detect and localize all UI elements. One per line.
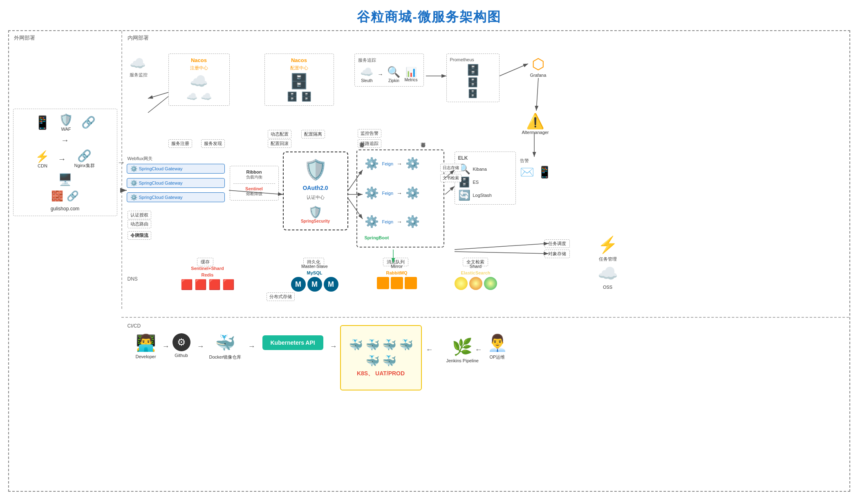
- nacos-config-title: Nacos: [291, 57, 307, 63]
- gateway-boxes: ⚙️ SpringCloud Gateway ⚙️ SpringCloud Ga…: [127, 163, 225, 203]
- grafana-box: ⬡ Grafana: [530, 56, 547, 78]
- gulishop-label: gulishop.com: [51, 206, 80, 212]
- ribbon-sentinel-box: Ribbon 负载均衡 Sentinel 熔断降级: [230, 166, 279, 201]
- doc-search-label: 文书检索: [440, 174, 461, 182]
- docker-section: 🐳 Docker镜像仓库: [209, 333, 242, 360]
- waf-label: WAF: [61, 127, 71, 132]
- log-storage-label: 日志存储: [440, 164, 461, 172]
- monitor-alert-label: 监控告警: [358, 129, 381, 138]
- object-storage-label: 对象存储: [544, 250, 570, 258]
- service-monitor-label: 服务监控: [130, 72, 148, 78]
- nacos-registry-box: Nacos 注册中心 ☁️ ☁️ ☁️: [168, 54, 230, 106]
- svg-line-5: [348, 170, 363, 190]
- nacos-registry-subtitle: 注册中心: [190, 65, 208, 71]
- cicd-label: CI/CD: [128, 323, 141, 329]
- gateway-box-3: ⚙️ SpringCloud Gateway: [127, 192, 225, 202]
- main-diagram: 外网部署 内网部署 📱 🛡️ WAF 🔗: [8, 30, 850, 492]
- oss-section: ☁️ OSS: [598, 264, 618, 290]
- task-schedule-label: 任务调度: [544, 239, 570, 248]
- config-rollback-label: 配置回滚: [268, 139, 291, 148]
- jenkins-section: 🌿 Jenkins Pipeline: [446, 337, 479, 363]
- connection-lines: [9, 31, 849, 491]
- dynamic-route-label: 动态路由: [128, 220, 151, 228]
- svg-line-17: [455, 243, 549, 250]
- token-limit-label: 令牌限流: [128, 231, 151, 240]
- cdn-label: CDN: [38, 163, 47, 168]
- svg-line-7: [348, 198, 363, 219]
- service-trace-box: 服务追踪 ☁️ Sleuth → 🔍 Zipkin 📊 Metrics: [354, 54, 424, 87]
- op-section: 👨‍💼 OP运维: [487, 333, 508, 360]
- prometheus-box: Prometheus 🗄️ 🗄️ 🗄️: [446, 54, 500, 102]
- alertmanager-box: ⚠️ Altermanager: [522, 113, 549, 135]
- svg-line-8: [500, 64, 528, 76]
- gulishop-box: 📱 🛡️ WAF 🔗 → ⚡ CDN: [13, 109, 117, 216]
- svg-line-12: [148, 92, 168, 98]
- service-register-label: 服务注册: [168, 139, 192, 148]
- dynamic-config-label: 动态配置: [268, 130, 291, 138]
- nginx-label: Nginx集群: [74, 163, 94, 169]
- k8s-box: 🐳 🐳 🐳 🐳 🐳 🐳 K8S、 UAT/PROD: [340, 325, 422, 390]
- kubernetes-box: Kuberneters API: [262, 335, 323, 350]
- oauth-box: 🛡️ OAuth2.0 认证中心 🛡️ SpringSecurity: [283, 152, 348, 230]
- springboot-label: SpringBoot: [365, 235, 389, 240]
- rabbitmq-section: Mirror RabbitMQ: [377, 264, 417, 289]
- nacos-registry-title: Nacos: [191, 57, 207, 63]
- dns-label: DNS: [128, 276, 138, 282]
- redis-section: Sentinel+Shard Redis 🟥 🟥 🟥 🟥: [181, 266, 235, 290]
- alert-section: 告警 ✉️ 📱: [520, 158, 552, 179]
- nacos-config-subtitle: 配置中心: [290, 65, 308, 71]
- service-monitor-icon: ☁️: [130, 56, 146, 71]
- svg-line-13: [148, 96, 168, 113]
- config-isolation-label: 配置隔离: [301, 130, 325, 138]
- page-title: 谷粒商城-微服务架构图: [0, 0, 858, 30]
- svg-line-15: [445, 186, 455, 194]
- distributed-storage-label: 分布式存储: [267, 292, 295, 301]
- service-discover-label: 服务发现: [201, 139, 225, 148]
- svg-line-18: [455, 252, 549, 254]
- cache-label: 缓存: [197, 258, 213, 266]
- chain-trace-label: 链路追踪: [358, 139, 381, 148]
- service-row-3: ⚙️ Feign → ⚙️: [365, 215, 420, 228]
- mysql-section: Master-Slave MySQL M M M: [291, 264, 338, 292]
- service-row-2: ⚙️ Feign → ⚙️: [365, 186, 420, 200]
- nacos-config-box: Nacos 配置中心 🗄️ 🗄️ 🗄️: [264, 54, 334, 106]
- service-row-1: ⚙️ Feign → ⚙️: [365, 157, 420, 170]
- ext-deploy-label: 外网部署: [14, 34, 35, 42]
- external-panel: 📱 🛡️ WAF 🔗 → ⚡ CDN: [13, 43, 117, 313]
- task-management-section: ⚡ 任务管理: [598, 235, 618, 262]
- elk-box: ELK 🔍 Kibana 🗄️ ES 🔄 LogStash: [455, 152, 516, 205]
- developer-section: 👨‍💻 Developer: [136, 333, 156, 359]
- gateway-box-1: ⚙️ SpringCloud Gateway: [127, 164, 225, 174]
- auth-authz-label: 认证授权: [128, 211, 151, 219]
- elasticsearch-section: Shard ElasticSearch: [455, 264, 497, 290]
- int-deploy-label: 内网部署: [128, 34, 149, 42]
- github-section: ⚙ Github: [172, 333, 190, 358]
- svg-line-9: [536, 78, 538, 111]
- gateway-box-2: ⚙️ SpringCloud Gateway: [127, 178, 225, 188]
- webflux-label: Webflux网关: [128, 156, 153, 162]
